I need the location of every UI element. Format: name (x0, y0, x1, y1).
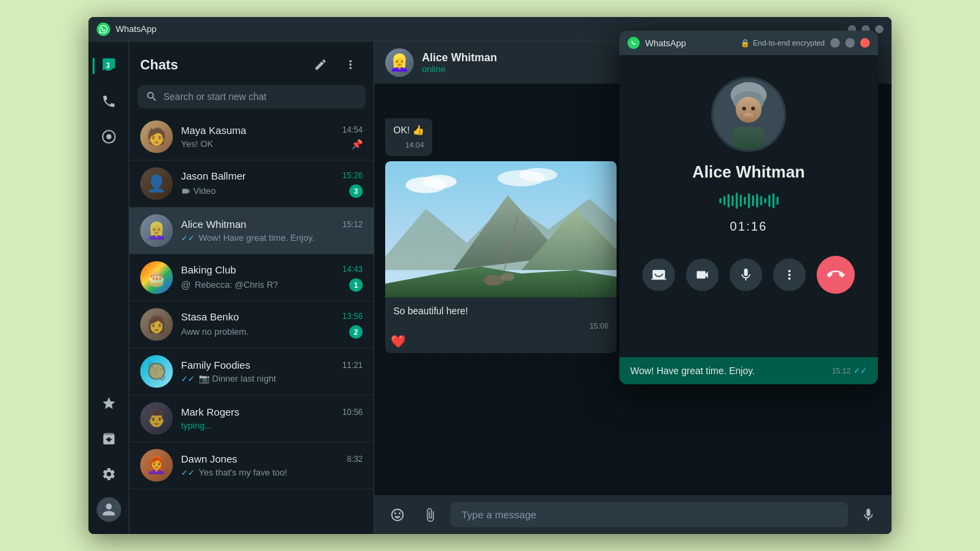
chat-info-maya: Maya Kasuma 14:54 Yes! OK 📌 (181, 124, 363, 150)
menu-icon (344, 58, 357, 71)
chat-info-mark: Mark Rogers 10:56 typing... (181, 406, 363, 431)
svg-rect-20 (732, 127, 764, 150)
mountain-image (385, 161, 617, 297)
user-avatar-img (97, 497, 121, 522)
emoji-icon (390, 507, 405, 522)
chat-badge-stasa: 2 (349, 325, 363, 339)
more-options-button[interactable] (773, 258, 806, 291)
chat-info-baking: Baking Club 14:43 @ Rebecca: @Chris R? 1 (181, 264, 363, 292)
call-security-label: 🔒 End-to-end encrypted (740, 39, 825, 48)
sidebar-item-calls[interactable] (93, 85, 125, 118)
sidebar-item-status[interactable] (93, 120, 125, 153)
emoji-button[interactable] (385, 503, 410, 527)
chat-time-stasa: 13:56 (342, 312, 363, 321)
app-logo (97, 22, 110, 36)
sidebar-item-chats[interactable]: 3 (93, 50, 125, 82)
new-chat-button[interactable] (308, 52, 333, 77)
screen-share-button[interactable] (642, 258, 675, 291)
chat-time-baking: 14:43 (342, 265, 363, 274)
archive-icon (101, 431, 116, 446)
star-icon (101, 396, 116, 411)
wave-bar-3 (728, 194, 730, 207)
call-title-bar: WhatsApp 🔒 End-to-end encrypted (619, 31, 878, 55)
more-icon (782, 267, 797, 282)
call-avatar (711, 77, 786, 152)
sidebar-item-settings[interactable] (93, 458, 125, 490)
end-call-icon (827, 266, 845, 284)
svg-point-6 (519, 168, 557, 182)
search-icon (146, 90, 158, 103)
chat-name-mark: Mark Rogers (181, 406, 240, 418)
end-call-button[interactable] (817, 256, 855, 294)
chat-footer (374, 495, 892, 534)
attachment-icon (423, 507, 438, 522)
image-reaction: ❤️ (385, 333, 617, 353)
chat-item-jason[interactable]: 👤 Jason Ballmer 15:26 Video 3 (129, 161, 374, 207)
user-avatar[interactable] (93, 493, 125, 526)
sidebar-item-starred[interactable] (93, 387, 125, 420)
sidebar-item-archived[interactable] (93, 422, 125, 455)
call-message-preview: Wow! Have great time. Enjoy. 15:12 ✓✓ (619, 357, 878, 384)
wave-bar-14 (772, 193, 774, 208)
svg-point-17 (742, 107, 747, 111)
svg-point-19 (743, 113, 753, 119)
svg-point-18 (751, 107, 755, 111)
call-body: Alice Whitman 01:16 (619, 55, 878, 357)
chat-item-baking[interactable]: 🎂 Baking Club 14:43 @ Rebecca: @Chris R? (129, 254, 374, 301)
call-video-button[interactable] (686, 258, 719, 291)
chat-preview-maya: Yes! OK (181, 139, 213, 149)
attachment-button[interactable] (418, 503, 442, 527)
call-close-button[interactable] (860, 38, 870, 48)
settings-icon (101, 467, 116, 482)
chat-item-maya[interactable]: 🧑 Maya Kasuma 14:54 Yes! OK 📌 (129, 114, 374, 161)
chat-item-mark[interactable]: 👨 Mark Rogers 10:56 typing... (129, 395, 374, 442)
svg-point-1 (106, 134, 111, 139)
call-minimize-button[interactable] (830, 38, 840, 48)
screen-share-icon (651, 267, 666, 282)
new-chat-icon (314, 58, 327, 71)
call-contact-name: Alice Whitman (692, 163, 804, 182)
double-tick-family: ✓✓ (181, 374, 195, 384)
wave-bar-9 (752, 195, 754, 206)
mute-button[interactable] (730, 258, 762, 291)
call-message-text: Wow! Have great time. Enjoy. (630, 365, 755, 376)
close-button[interactable] (875, 25, 883, 33)
chat-item-family[interactable]: 🥘 Family Foodies 11:21 ✓✓ 📷 Dinner last … (129, 348, 374, 395)
chat-preview-mark: typing... (181, 420, 212, 431)
menu-button[interactable] (338, 52, 363, 77)
at-icon: @ (181, 280, 191, 290)
chat-list-actions (308, 52, 363, 77)
chat-list-panel: Chats 🧑 (129, 41, 374, 534)
chat-avatar-family: 🥘 (140, 355, 173, 388)
icon-sidebar: 3 (88, 41, 129, 534)
image-caption: So beautiful here! (385, 300, 617, 319)
chat-item-alice[interactable]: 👱‍♀️ Alice Whitman 15:12 ✓✓ Wow! Have gr… (129, 207, 374, 254)
image-time: 15:06 (385, 322, 617, 333)
sidebar-bottom (93, 387, 125, 526)
call-window: WhatsApp 🔒 End-to-end encrypted (619, 31, 878, 384)
chat-preview-dawn: ✓✓ Yes that's my fave too! (181, 467, 287, 478)
call-maximize-button[interactable] (845, 38, 855, 48)
chat-header-avatar-img: 👱‍♀️ (385, 48, 414, 77)
chat-name-jason: Jason Ballmer (181, 170, 246, 182)
chat-name-maya: Maya Kasuma (181, 124, 246, 136)
search-input[interactable] (163, 91, 357, 102)
message-input[interactable] (451, 502, 848, 527)
call-message-meta: 15:12 ✓✓ (826, 366, 867, 375)
chat-item-dawn[interactable]: 👩‍🦰 Dawn Jones 8:32 ✓✓ Yes that's my fav… (129, 442, 374, 489)
chat-item-stasa[interactable]: 👩 Stasa Benko 13:56 Aww no problem. 2 (129, 301, 374, 348)
svg-point-4 (423, 175, 457, 188)
chat-avatar-jason: 👤 (140, 167, 173, 200)
call-controls (642, 256, 855, 294)
voice-message-button[interactable] (856, 503, 881, 527)
status-icon (101, 129, 116, 144)
chat-avatar-baking: 🎂 (140, 261, 173, 294)
chat-name-stasa: Stasa Benko (181, 311, 239, 322)
message-ok-text: OK! 👍 (393, 124, 424, 135)
chat-preview-alice: ✓✓ Wow! Have great time. Enjoy. (181, 233, 314, 243)
call-avatar-image (713, 79, 784, 150)
chat-info-alice: Alice Whitman 15:12 ✓✓ Wow! Have great t… (181, 218, 363, 243)
wave-bar-2 (723, 196, 725, 205)
chat-badge-jason: 3 (349, 184, 363, 198)
wave-bar-4 (732, 195, 734, 206)
